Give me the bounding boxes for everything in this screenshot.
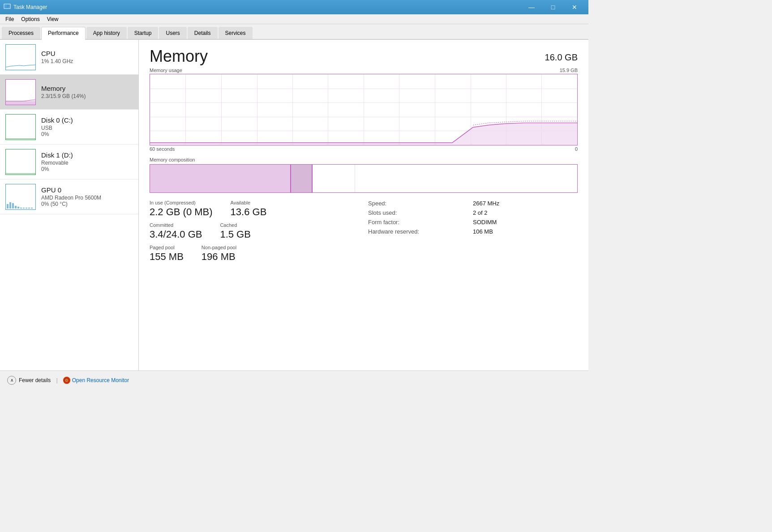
- svg-rect-9: [20, 208, 22, 209]
- row2: Committed 3.4/24.0 GB Cached 1.5 GB: [150, 222, 359, 240]
- svg-rect-12: [28, 208, 30, 209]
- slots-value: 2 of 2: [473, 209, 578, 216]
- comp-free: [355, 165, 577, 192]
- non-paged-pool-label: Non-paged pool: [202, 245, 236, 250]
- stat-in-use: In use (Compressed) 2.2 GB (0 MB): [150, 200, 213, 218]
- tab-processes[interactable]: Processes: [2, 27, 40, 39]
- fewer-details-icon: ∧: [7, 376, 16, 385]
- disk1-sub: Removable: [41, 160, 133, 166]
- chart-label-row: Memory usage 15.9 GB: [150, 68, 578, 73]
- disk0-mini-graph: [6, 115, 35, 140]
- panel-title: Memory: [150, 47, 208, 66]
- title-controls: — □ ✕: [521, 0, 585, 14]
- sidebar-item-memory[interactable]: Memory 2.3/15.9 GB (14%): [0, 75, 138, 110]
- memory-chart-svg: [150, 74, 577, 145]
- disk0-sub: USB: [41, 125, 133, 131]
- memory-usage-section: Memory usage 15.9 GB: [150, 68, 578, 152]
- memory-thumbnail: [5, 79, 36, 105]
- stat-cached: Cached 1.5 GB: [220, 222, 250, 240]
- open-resource-monitor-link[interactable]: ⊙ Open Resource Monitor: [63, 377, 129, 384]
- disk0-thumbnail: [5, 114, 36, 140]
- stat-non-paged-pool: Non-paged pool 196 MB: [202, 245, 236, 263]
- panel-total: 16.0 GB: [545, 52, 578, 63]
- stat-paged-pool: Paged pool 155 MB: [150, 245, 184, 263]
- menu-file[interactable]: File: [2, 15, 17, 23]
- close-button[interactable]: ✕: [564, 0, 585, 14]
- in-use-label: In use (Compressed): [150, 200, 213, 205]
- paged-pool-value: 155 MB: [150, 251, 184, 263]
- memory-usage-chart: [150, 74, 578, 145]
- gpu-sub: AMD Radeon Pro 5600M: [41, 195, 133, 201]
- svg-rect-5: [9, 202, 11, 209]
- hardware-value: 106 MB: [473, 228, 578, 235]
- gpu-info: GPU 0 AMD Radeon Pro 5600M 0% (50 °C): [41, 186, 133, 207]
- form-factor-value: SODIMM: [473, 219, 578, 226]
- stats-right: Speed: 2667 MHz Slots used: 2 of 2 Form …: [359, 200, 578, 263]
- fewer-details-button[interactable]: ∧ Fewer details: [7, 376, 51, 385]
- chart-max: 15.9 GB: [560, 68, 578, 73]
- memory-info: Memory 2.3/15.9 GB (14%): [41, 85, 133, 99]
- chart-label: Memory usage: [150, 68, 182, 73]
- disk1-pct: 0%: [41, 166, 133, 172]
- tab-services[interactable]: Services: [219, 27, 253, 39]
- sidebar-item-disk1[interactable]: Disk 1 (D:) Removable 0%: [0, 145, 138, 179]
- speed-label: Speed:: [368, 200, 473, 207]
- disk1-mini-graph: [6, 149, 35, 174]
- disk0-pct: 0%: [41, 131, 133, 137]
- gpu-name: GPU 0: [41, 186, 133, 194]
- cpu-info: CPU 1% 1.40 GHz: [41, 50, 133, 64]
- committed-label: Committed: [150, 222, 202, 228]
- stats-section: In use (Compressed) 2.2 GB (0 MB) Availa…: [150, 200, 578, 263]
- tab-users[interactable]: Users: [159, 27, 186, 39]
- tab-details[interactable]: Details: [188, 27, 218, 39]
- tab-startup[interactable]: Startup: [128, 27, 159, 39]
- comp-modified: [291, 165, 313, 192]
- composition-label: Memory composition: [150, 157, 578, 162]
- sidebar-item-disk0[interactable]: Disk 0 (C:) USB 0%: [0, 110, 138, 145]
- disk0-name: Disk 0 (C:): [41, 116, 133, 124]
- non-paged-pool-value: 196 MB: [202, 251, 236, 263]
- sidebar: CPU 1% 1.40 GHz Memory 2.3/15.9 GB (14%): [0, 40, 139, 370]
- comp-standby: [313, 165, 355, 192]
- right-panel: Memory 16.0 GB Memory usage 15.9 GB: [139, 40, 588, 370]
- memory-sub: 2.3/15.9 GB (14%): [41, 93, 133, 99]
- right-stats-grid: Speed: 2667 MHz Slots used: 2 of 2 Form …: [368, 200, 578, 235]
- title-bar: Task Manager — □ ✕: [0, 0, 588, 14]
- gpu-thumbnail: [5, 184, 36, 210]
- time-end-label: 0: [575, 146, 578, 152]
- panel-header: Memory 16.0 GB: [150, 47, 578, 66]
- title-bar-left: Task Manager: [4, 4, 47, 11]
- disk1-name: Disk 1 (D:): [41, 151, 133, 159]
- available-value: 13.6 GB: [231, 206, 267, 218]
- svg-rect-13: [31, 208, 33, 209]
- app-icon: [4, 4, 11, 11]
- cpu-thumbnail: [5, 44, 36, 70]
- stats-left: In use (Compressed) 2.2 GB (0 MB) Availa…: [150, 200, 359, 263]
- stat-available: Available 13.6 GB: [231, 200, 267, 218]
- in-use-value: 2.2 GB (0 MB): [150, 206, 213, 218]
- sidebar-item-gpu[interactable]: GPU 0 AMD Radeon Pro 5600M 0% (50 °C): [0, 179, 138, 214]
- maximize-button[interactable]: □: [543, 0, 563, 14]
- memory-name: Memory: [41, 85, 133, 92]
- svg-marker-14: [150, 123, 577, 145]
- svg-rect-11: [26, 208, 27, 209]
- composition-bar: [150, 164, 578, 193]
- svg-rect-10: [23, 208, 25, 209]
- minimize-button[interactable]: —: [521, 0, 542, 14]
- title-text: Task Manager: [13, 4, 47, 10]
- menu-options[interactable]: Options: [17, 15, 43, 23]
- svg-rect-3: [6, 101, 35, 105]
- menu-view[interactable]: View: [43, 15, 62, 23]
- svg-rect-6: [12, 203, 14, 209]
- svg-rect-1: [5, 5, 7, 8]
- cached-label: Cached: [220, 222, 250, 228]
- separator: |: [56, 377, 57, 383]
- committed-value: 3.4/24.0 GB: [150, 229, 202, 240]
- sidebar-item-cpu[interactable]: CPU 1% 1.40 GHz: [0, 40, 138, 75]
- fewer-details-label: Fewer details: [19, 377, 51, 383]
- memory-mini-graph: [6, 80, 35, 105]
- tab-performance[interactable]: Performance: [41, 27, 86, 40]
- main-content: CPU 1% 1.40 GHz Memory 2.3/15.9 GB (14%): [0, 40, 588, 370]
- tab-app-history[interactable]: App history: [86, 27, 127, 39]
- chart-time-labels: 60 seconds 0: [150, 146, 578, 152]
